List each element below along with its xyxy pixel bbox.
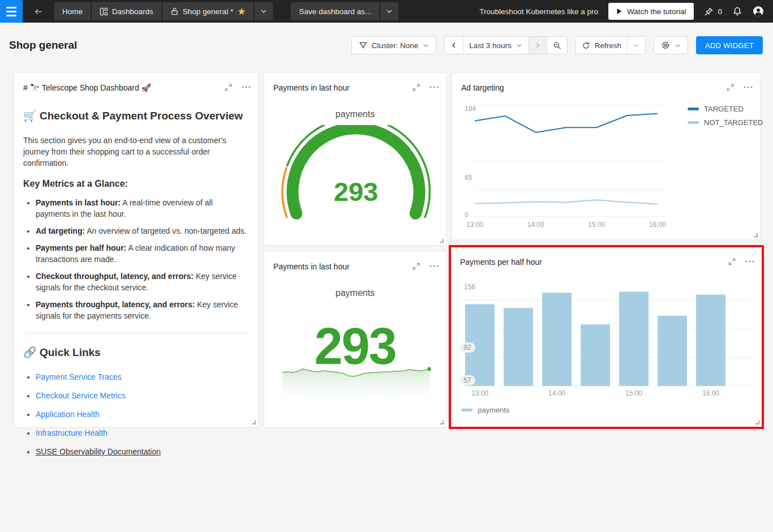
save-dashboard-button[interactable]: Save dashboard as... <box>291 2 379 20</box>
svg-text:92: 92 <box>463 344 471 351</box>
save-dashboard-label: Save dashboard as... <box>299 7 371 16</box>
filter-funnel-icon <box>359 41 367 50</box>
svg-text:156: 156 <box>464 283 475 291</box>
time-range-button[interactable]: Last 3 hours <box>463 37 527 54</box>
unlock-icon <box>170 7 179 16</box>
time-forward-button[interactable] <box>528 37 547 54</box>
widget-title: Payments in last hour <box>273 83 350 92</box>
svg-text:13:00: 13:00 <box>471 389 488 397</box>
legend-swatch <box>688 121 699 124</box>
legend-label: payments <box>478 406 509 414</box>
overview-paragraph: This section gives you an end-to-end vie… <box>23 135 249 169</box>
svg-text:13:00: 13:00 <box>466 221 483 229</box>
dashboard-settings-button[interactable] <box>654 36 688 54</box>
save-dashboard-chevron[interactable] <box>380 2 398 20</box>
tab-dashboards[interactable]: Dashboards <box>92 2 161 20</box>
markdown-content: 🛒 Checkout & Payment Process Overview Th… <box>23 101 249 419</box>
more-options-icon <box>242 86 251 88</box>
expand-widget-button[interactable] <box>727 256 737 267</box>
promo-text: Troubleshoot Kubernetes like a pro <box>479 7 598 16</box>
expand-widget-button[interactable] <box>411 82 421 92</box>
page-title: Shop general <box>9 39 77 52</box>
back-button[interactable] <box>28 2 48 20</box>
expand-widget-button[interactable] <box>223 82 233 92</box>
time-back-button[interactable] <box>445 37 463 54</box>
pinned-items-button[interactable]: 0 <box>704 7 722 16</box>
gear-icon <box>661 41 670 50</box>
favorite-star-icon[interactable]: ★ <box>237 7 246 16</box>
quick-link-item: SUSE Observability Documentation <box>36 446 249 457</box>
resize-handle[interactable] <box>252 421 256 424</box>
chevron-down-icon <box>675 42 681 49</box>
hamburger-menu-button[interactable] <box>0 0 23 23</box>
chevron-down-icon <box>386 8 393 15</box>
legend-label: TARGETED <box>704 105 744 113</box>
metrics-heading: Key Metrics at a Glance: <box>23 179 249 189</box>
metric-bullet: Ad targeting: An overview of targeted vs… <box>36 225 249 237</box>
tab-options-chevron[interactable] <box>255 2 273 20</box>
gauge-chart: 293 <box>264 125 447 244</box>
quick-link[interactable]: SUSE Observability Documentation <box>36 447 161 456</box>
expand-icon <box>412 262 420 271</box>
svg-text:57: 57 <box>463 376 471 384</box>
refresh-label: Refresh <box>595 41 621 50</box>
tab-shop-general[interactable]: Shop general * ★ <box>162 2 254 20</box>
quick-link[interactable]: Application Health <box>36 410 100 419</box>
widget-markdown-overview: # 🔭 Telescope Shop Dashboard 🚀 🛒 Checkou… <box>14 72 259 427</box>
widget-more-options-button[interactable] <box>429 82 439 92</box>
metric-bullet: Payments in last hour: A real-time overv… <box>36 197 249 220</box>
legend-swatch <box>688 108 699 110</box>
zoom-out-time-button[interactable] <box>547 37 567 54</box>
tab-home[interactable]: Home <box>54 2 91 20</box>
refresh-button[interactable]: Refresh <box>576 37 627 54</box>
zoom-out-icon <box>553 41 561 50</box>
svg-text:14:00: 14:00 <box>548 389 565 397</box>
resize-handle[interactable] <box>440 421 444 424</box>
widget-ad-targeting: Ad targeting 18465013:0014:0015:0016:00 … <box>452 72 761 240</box>
widget-more-options-button[interactable] <box>745 256 755 267</box>
watch-tutorial-button[interactable]: Watch the tutorial <box>608 3 694 20</box>
chevron-down-icon <box>516 42 522 49</box>
stat-value: 293 <box>264 318 446 376</box>
resize-handle[interactable] <box>440 239 444 243</box>
notifications-button[interactable] <box>732 6 742 16</box>
svg-text:293: 293 <box>334 177 378 207</box>
divider <box>23 333 249 333</box>
resize-handle[interactable] <box>754 233 758 237</box>
quick-links-heading: 🔗 Quick Links <box>23 346 249 359</box>
gauge-metric-label: payments <box>264 109 446 119</box>
add-widget-button[interactable]: ADD WIDGET <box>696 36 763 54</box>
refresh-control: Refresh <box>576 36 646 54</box>
legend-item[interactable]: TARGETED <box>688 105 763 113</box>
widget-more-options-button[interactable] <box>743 82 753 92</box>
quick-link[interactable]: Payment Service Traces <box>36 372 122 381</box>
svg-text:14:00: 14:00 <box>527 221 544 229</box>
chart-legend[interactable]: payments <box>461 406 509 414</box>
pin-icon <box>704 7 714 16</box>
legend-item[interactable]: NOT_TARGETED <box>688 118 763 127</box>
quick-link[interactable]: Infrastructure Health <box>36 428 108 437</box>
back-arrow-icon <box>33 7 43 16</box>
widget-more-options-button[interactable] <box>241 82 251 92</box>
more-options-icon <box>430 86 439 88</box>
chevron-left-icon <box>450 42 457 49</box>
refresh-interval-chevron[interactable] <box>627 37 645 54</box>
expand-widget-button[interactable] <box>411 261 421 271</box>
expand-icon <box>412 83 420 92</box>
cluster-filter-label: Cluster: None <box>372 41 419 50</box>
widget-payments-single-stat: Payments in last hour payments 293 <box>264 251 446 427</box>
metric-bullet: Payments throughput, latency, and errors… <box>36 299 249 321</box>
widget-more-options-button[interactable] <box>429 261 439 271</box>
quick-link[interactable]: Checkout Service Metrics <box>36 391 126 400</box>
pin-count: 0 <box>718 7 722 16</box>
cluster-filter-button[interactable]: Cluster: None <box>351 36 437 54</box>
expand-icon <box>728 258 736 266</box>
more-options-icon <box>430 265 439 267</box>
expand-widget-button[interactable] <box>725 82 735 92</box>
user-avatar[interactable] <box>753 6 764 17</box>
tab-home-label: Home <box>62 7 83 16</box>
ad-targeting-chart: 18465013:0014:0015:0016:00 <box>452 73 761 241</box>
resize-handle[interactable] <box>755 421 759 424</box>
metrics-list: Payments in last hour: A real-time overv… <box>36 197 249 321</box>
watch-tutorial-label: Watch the tutorial <box>627 7 686 16</box>
